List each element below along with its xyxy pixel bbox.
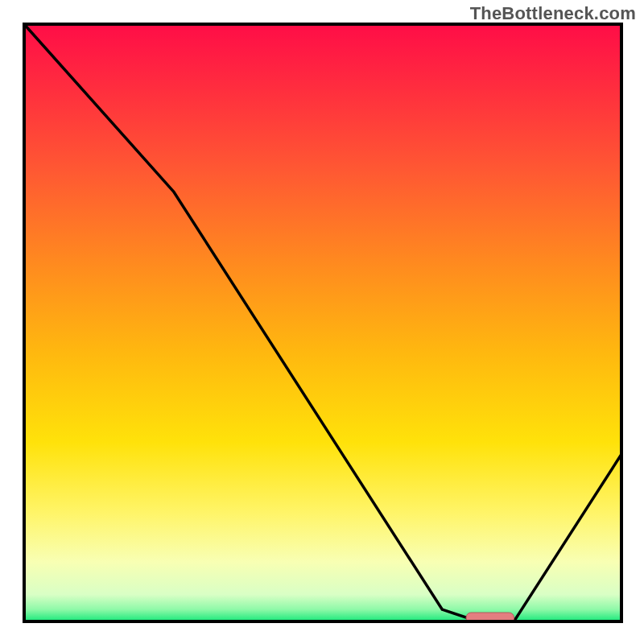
gradient-background [24,24,621,621]
chart-container: TheBottleneck.com [0,0,644,644]
chart-svg [0,0,644,644]
watermark-text: TheBottleneck.com [470,3,636,24]
